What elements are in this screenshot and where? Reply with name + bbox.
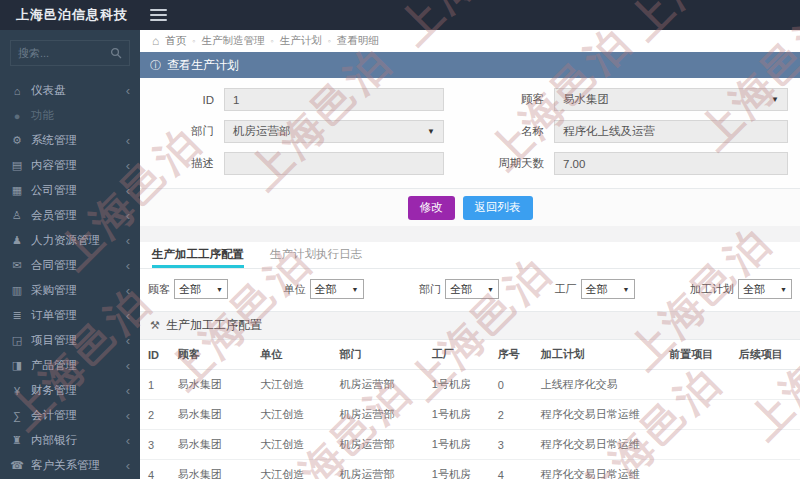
gear-icon: ⚙ — [10, 134, 24, 147]
dot-icon: ● — [10, 110, 24, 122]
filter-0: 顾客全部▼ — [148, 279, 228, 299]
sidebar-item-label: 功能 — [31, 108, 54, 123]
breadcrumb-home[interactable]: 首页 — [165, 34, 186, 48]
cycle-days-field[interactable] — [554, 152, 788, 175]
filter-label: 顾客 — [148, 282, 170, 297]
column-header: 单位 — [252, 340, 331, 370]
table-cell: 1号机房 — [424, 430, 490, 460]
breadcrumb-separator: ◦ — [328, 36, 331, 46]
sidebar-item-15[interactable]: ☎客户关系管理‹ — [0, 453, 140, 478]
table-cell: 1 — [140, 370, 170, 400]
column-header: ID — [140, 340, 170, 370]
id-field[interactable] — [224, 88, 444, 111]
chevron-down-icon: ▼ — [216, 286, 223, 293]
desc-label: 描述 — [140, 156, 224, 171]
sidebar-item-11[interactable]: ◨产品管理‹ — [0, 353, 140, 378]
modify-button[interactable]: 修改 — [408, 196, 455, 220]
sidebar-item-3[interactable]: ▤内容管理‹ — [0, 153, 140, 178]
filter-select-4[interactable]: 全部▼ — [738, 279, 792, 299]
section-title: 生产加工工序配置 — [166, 317, 262, 334]
breadcrumb-item[interactable]: 生产制造管理 — [201, 34, 264, 48]
sidebar-item-label: 会计管理 — [31, 408, 77, 423]
chevron-left-icon: ‹ — [126, 384, 130, 397]
breadcrumb-item[interactable]: 查看明细 — [337, 34, 379, 48]
table-row: 4易水集团大江创造机房运营部1号机房4程序化交易日常运维 — [140, 460, 800, 479]
tab-0[interactable]: 生产加工工序配置 — [152, 242, 244, 268]
customer-select[interactable]: 易水集团 ▼ — [554, 88, 788, 111]
sidebar-item-12[interactable]: ¥财务管理‹ — [0, 378, 140, 403]
hamburger-menu-icon[interactable] — [150, 6, 167, 24]
sidebar-item-label: 仪表盘 — [31, 83, 66, 98]
sidebar-item-6[interactable]: ♟人力资源管理‹ — [0, 228, 140, 253]
table-cell: 1号机房 — [424, 370, 490, 400]
sidebar-item-7[interactable]: ✉合同管理‹ — [0, 253, 140, 278]
table-cell: 大江创造 — [252, 370, 331, 400]
filter-4: 加工计划全部▼ — [690, 279, 792, 299]
panel-title: 查看生产计划 — [167, 57, 239, 74]
sidebar-item-0[interactable]: ⌂仪表盘‹ — [0, 78, 140, 103]
member-icon: ♙ — [10, 209, 24, 222]
table-cell: 机房运营部 — [331, 460, 423, 479]
name-field[interactable] — [554, 120, 788, 143]
breadcrumb-item[interactable]: 生产计划 — [280, 34, 322, 48]
view-plan-panel-header: ⓘ 查看生产计划 — [140, 52, 800, 78]
sidebar-item-label: 采购管理 — [31, 283, 77, 298]
filter-select-3[interactable]: 全部▼ — [581, 279, 635, 299]
sidebar-item-10[interactable]: ◲项目管理‹ — [0, 328, 140, 353]
home-icon: ⌂ — [152, 34, 159, 48]
desc-field[interactable] — [224, 152, 444, 175]
filter-select-2[interactable]: 全部▼ — [445, 279, 499, 299]
table-cell — [661, 460, 730, 479]
dept-select[interactable]: 机房运营部 ▼ — [224, 120, 444, 143]
column-header: 前置项目 — [661, 340, 730, 370]
sidebar-item-14[interactable]: ♜内部银行‹ — [0, 428, 140, 453]
cycle-days-label: 周期天数 — [470, 156, 554, 171]
table-cell: 上线程序化交易 — [533, 370, 662, 400]
home-icon: ⌂ — [10, 85, 24, 97]
sidebar-item-4[interactable]: ▦公司管理‹ — [0, 178, 140, 203]
filter-select-0[interactable]: 全部▼ — [174, 279, 228, 299]
section-icon: ⚒ — [150, 319, 160, 332]
chevron-down-icon: ▼ — [487, 286, 494, 293]
chevron-down-icon: ▼ — [427, 127, 435, 136]
filter-select-1[interactable]: 全部▼ — [310, 279, 364, 299]
search-placeholder: 搜索... — [18, 46, 110, 61]
tab-1[interactable]: 生产计划执行日志 — [270, 242, 362, 268]
sidebar-search[interactable]: 搜索... — [10, 40, 130, 66]
customer-value: 易水集团 — [563, 92, 609, 107]
column-header: 顾客 — [170, 340, 253, 370]
panel-gap — [140, 226, 800, 242]
sidebar-item-2[interactable]: ⚙系统管理‹ — [0, 128, 140, 153]
detail-tabs: 生产加工工序配置生产计划执行日志 — [140, 242, 800, 269]
table-cell — [731, 460, 800, 479]
breadcrumb-separator: ◦ — [192, 36, 195, 46]
contract-icon: ✉ — [10, 259, 24, 272]
sidebar-item-1[interactable]: ●功能 — [0, 103, 140, 128]
filter-value: 全部 — [315, 282, 337, 297]
breadcrumb: ⌂ 首页 ◦生产制造管理◦生产计划◦查看明细 — [140, 30, 800, 52]
project-icon: ◲ — [10, 334, 24, 347]
table-cell: 1号机房 — [424, 460, 490, 479]
sidebar-item-9[interactable]: ≣订单管理‹ — [0, 303, 140, 328]
table-cell: 易水集团 — [170, 370, 253, 400]
finance-icon: ¥ — [10, 385, 24, 397]
back-to-list-button[interactable]: 返回列表 — [463, 196, 533, 220]
table-cell: 4 — [140, 460, 170, 479]
table-row: 2易水集团大江创造机房运营部1号机房2程序化交易日常运维 — [140, 400, 800, 430]
dept-label: 部门 — [140, 124, 224, 139]
table-cell: 程序化交易日常运维 — [533, 400, 662, 430]
sidebar-item-13[interactable]: ∑会计管理‹ — [0, 403, 140, 428]
sidebar-item-5[interactable]: ♙会员管理‹ — [0, 203, 140, 228]
order-icon: ≣ — [10, 309, 24, 322]
chevron-left-icon: ‹ — [126, 209, 130, 222]
table-cell — [661, 400, 730, 430]
product-icon: ◨ — [10, 359, 24, 372]
brand-title: 上海邑泊信息科技 — [0, 6, 128, 24]
filter-3: 工厂全部▼ — [555, 279, 635, 299]
bank-icon: ♜ — [10, 434, 24, 447]
sidebar-item-label: 合同管理 — [31, 258, 77, 273]
info-icon: ⓘ — [150, 58, 161, 73]
chevron-left-icon: ‹ — [126, 284, 130, 297]
table-cell: 机房运营部 — [331, 400, 423, 430]
sidebar-item-8[interactable]: ▥采购管理‹ — [0, 278, 140, 303]
